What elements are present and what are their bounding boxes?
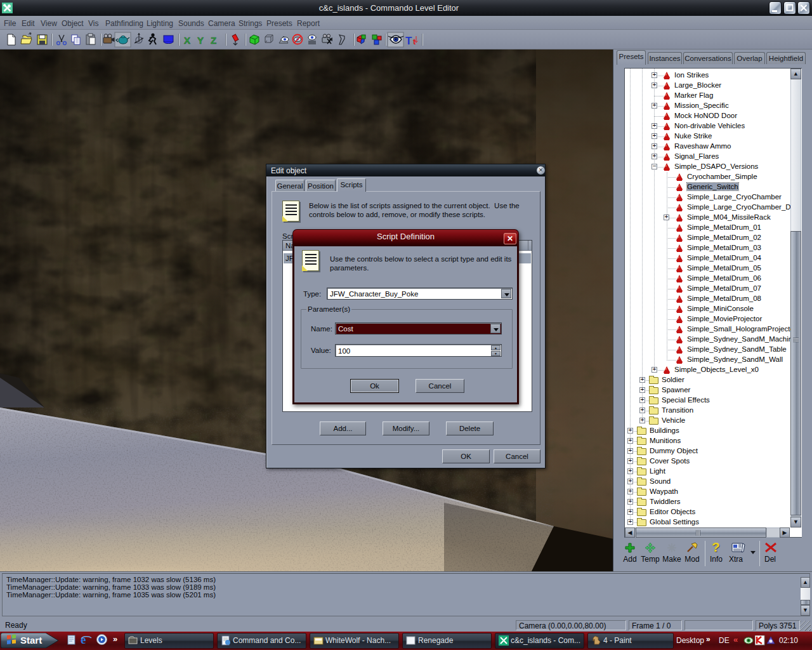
svg-text:t: t xyxy=(413,37,416,46)
svg-text:Start: Start xyxy=(20,635,42,646)
svg-text:X: X xyxy=(184,35,190,46)
svg-text:Y: Y xyxy=(197,35,204,46)
svg-text:Z: Z xyxy=(211,35,216,46)
svg-text:e: e xyxy=(81,633,86,646)
svg-text:T: T xyxy=(405,35,412,47)
